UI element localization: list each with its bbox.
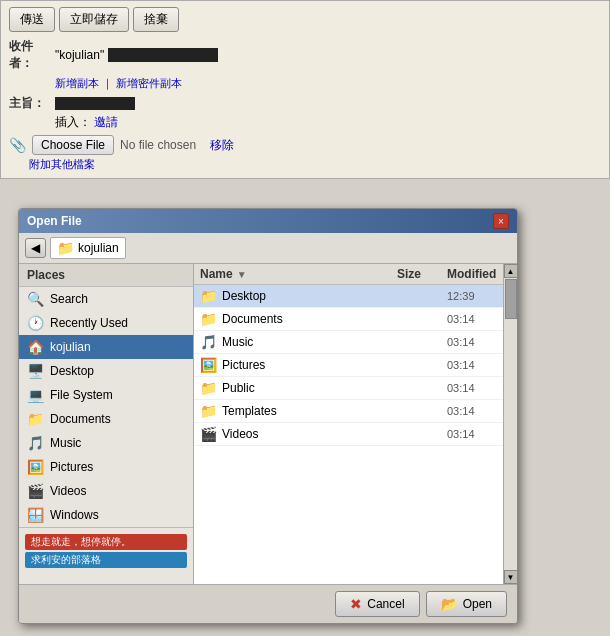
scroll-down-button[interactable]: ▼ (504, 570, 518, 584)
file-row[interactable]: 📁 Desktop 12:39 (194, 285, 503, 308)
places-item-label-recently-used: Recently Used (50, 316, 128, 330)
file-icon: 🎵 (200, 334, 217, 350)
scroll-thumb[interactable] (505, 279, 517, 319)
places-item-icon-pictures: 🖼️ (27, 459, 44, 475)
to-row: 收件者： "kojulian" (9, 38, 601, 72)
back-button[interactable]: ◀ (25, 238, 46, 258)
places-item-label-documents: Documents (50, 412, 111, 426)
file-modified: 03:14 (443, 359, 503, 371)
col-name-header: Name ▼ (194, 264, 393, 284)
places-item-icon-search: 🔍 (27, 291, 44, 307)
file-modified: 03:14 (443, 428, 503, 440)
cancel-label: Cancel (367, 597, 404, 611)
file-row[interactable]: 📁 Templates 03:14 (194, 400, 503, 423)
places-item-icon-windows: 🪟 (27, 507, 44, 523)
places-item-label-videos: Videos (50, 484, 86, 498)
places-item-music[interactable]: 🎵Music (19, 431, 193, 455)
file-row[interactable]: 📁 Documents 03:14 (194, 308, 503, 331)
modal-titlebar: Open File × (19, 209, 517, 233)
places-item-label-desktop: Desktop (50, 364, 94, 378)
file-name: Pictures (222, 358, 265, 372)
bookmark-tag-1[interactable]: 求利安的部落格 (25, 552, 187, 568)
save-button[interactable]: 立即儲存 (59, 7, 129, 32)
places-item-kojulian[interactable]: 🏠kojulian (19, 335, 193, 359)
invite-link[interactable]: 邀請 (94, 115, 118, 129)
file-name: Desktop (222, 289, 266, 303)
modal-close-button[interactable]: × (493, 213, 509, 229)
file-icon: 📁 (200, 380, 217, 396)
places-item-label-file-system: File System (50, 388, 113, 402)
file-name-cell: 📁 Templates (194, 403, 393, 419)
modal-toolbar: ◀ 📁 kojulian (19, 233, 517, 264)
file-name-cell: 📁 Documents (194, 311, 393, 327)
bookmarks-section: 想走就走，想停就停。求利安的部落格 (19, 527, 193, 574)
places-item-file-system[interactable]: 💻File System (19, 383, 193, 407)
file-name-cell: 🎵 Music (194, 334, 393, 350)
cc-bcc-row: 新增副本 ｜ 新增密件副本 (55, 76, 601, 91)
scroll-up-button[interactable]: ▲ (504, 264, 518, 278)
file-icon: 📁 (200, 403, 217, 419)
places-panel: Places 🔍Search🕐Recently Used🏠kojulian🖥️D… (19, 264, 194, 584)
file-modified: 03:14 (443, 313, 503, 325)
file-row[interactable]: 🎬 Videos 03:14 (194, 423, 503, 446)
file-modified: 03:14 (443, 382, 503, 394)
places-item-search[interactable]: 🔍Search (19, 287, 193, 311)
places-item-label-windows: Windows (50, 508, 99, 522)
places-item-label-kojulian: kojulian (50, 340, 91, 354)
file-icon: 🎬 (200, 426, 217, 442)
discard-button[interactable]: 捨棄 (133, 7, 179, 32)
bookmark-tag-0[interactable]: 想走就走，想停就停。 (25, 534, 187, 550)
file-name-cell: 🎬 Videos (194, 426, 393, 442)
cancel-icon: ✖ (350, 596, 362, 612)
file-name: Documents (222, 312, 283, 326)
file-row[interactable]: 📁 Public 03:14 (194, 377, 503, 400)
col-modified-header: Modified (443, 264, 503, 284)
places-item-icon-file-system: 💻 (27, 387, 44, 403)
places-item-label-pictures: Pictures (50, 460, 93, 474)
modal-body: Places 🔍Search🕐Recently Used🏠kojulian🖥️D… (19, 264, 517, 584)
places-item-pictures[interactable]: 🖼️Pictures (19, 455, 193, 479)
places-item-desktop[interactable]: 🖥️Desktop (19, 359, 193, 383)
modal-footer: ✖ Cancel 📂 Open (19, 584, 517, 623)
subject-row: 主旨： (9, 95, 601, 112)
places-item-recently-used[interactable]: 🕐Recently Used (19, 311, 193, 335)
file-icon: 📁 (200, 288, 217, 304)
file-row[interactable]: 🖼️ Pictures 03:14 (194, 354, 503, 377)
places-item-videos[interactable]: 🎬Videos (19, 479, 193, 503)
cancel-button[interactable]: ✖ Cancel (335, 591, 419, 617)
places-item-icon-kojulian: 🏠 (27, 339, 44, 355)
places-item-documents[interactable]: 📁Documents (19, 407, 193, 431)
send-button[interactable]: 傳送 (9, 7, 55, 32)
choose-file-button[interactable]: Choose File (32, 135, 114, 155)
open-button[interactable]: 📂 Open (426, 591, 507, 617)
col-size-header: Size (393, 264, 443, 284)
files-header: Name ▼ Size Modified (194, 264, 503, 285)
remove-link[interactable]: 移除 (210, 137, 234, 154)
toolbar: 傳送 立即儲存 捨棄 (9, 7, 601, 32)
file-modified: 03:14 (443, 405, 503, 417)
file-name: Public (222, 381, 255, 395)
add-cc-link[interactable]: 新增副本 (55, 77, 99, 89)
places-item-icon-music: 🎵 (27, 435, 44, 451)
add-attachment-link[interactable]: 附加其他檔案 (29, 158, 95, 170)
subject-label: 主旨： (9, 95, 55, 112)
file-modified: 12:39 (443, 290, 503, 302)
places-item-windows[interactable]: 🪟Windows (19, 503, 193, 527)
open-folder-icon: 📂 (441, 596, 458, 612)
files-list: 📁 Desktop 12:39 📁 Documents 03:14 🎵 Musi… (194, 285, 503, 584)
file-name: Templates (222, 404, 277, 418)
insert-label: 插入： (55, 115, 91, 129)
places-item-icon-documents: 📁 (27, 411, 44, 427)
add-bcc-link[interactable]: 新增密件副本 (116, 77, 182, 89)
places-item-icon-desktop: 🖥️ (27, 363, 44, 379)
email-compose: 傳送 立即儲存 捨棄 收件者： "kojulian" 新增副本 ｜ 新增密件副本… (0, 0, 610, 179)
breadcrumb: 📁 kojulian (50, 237, 126, 259)
places-list: 🔍Search🕐Recently Used🏠kojulian🖥️Desktop💻… (19, 287, 193, 527)
folder-icon: 📁 (57, 240, 74, 256)
file-row[interactable]: 🎵 Music 03:14 (194, 331, 503, 354)
places-item-icon-videos: 🎬 (27, 483, 44, 499)
open-label: Open (463, 597, 492, 611)
file-name: Music (222, 335, 253, 349)
col-name-label: Name (200, 267, 233, 281)
places-item-label-search: Search (50, 292, 88, 306)
